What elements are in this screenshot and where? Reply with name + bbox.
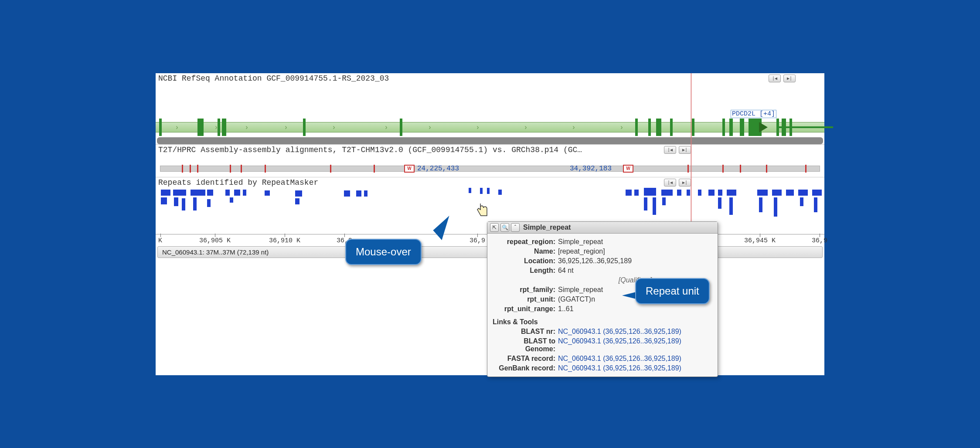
alignment-bar[interactable]: W 24,225,433 34,392,183 W [156,155,824,177]
tooltip-link-row: BLAST to Genome:NC_060943.1 (36,925,126.… [493,336,712,354]
position-indicator [691,73,692,245]
ruler-label: K [158,237,162,244]
ruler-tick: 36,9 [470,237,485,244]
tooltip-link-row: GenBank record:NC_060943.1 (36,925,126..… [493,363,712,373]
genbank-link[interactable]: NC_060943.1 (36,925,126..36,925,189) [558,364,681,372]
track-repeats-title: Repeats identified by RepeatMasker [158,178,318,187]
tooltip-title: Simple_repeat [523,224,571,231]
ruler-tick: 36,9 [812,237,827,244]
track-refseq: NCBI RefSeq Annotation GCF_009914755.1-R… [156,73,824,145]
next-button[interactable]: ▶| [783,75,796,82]
gene-model[interactable]: › › › › › › › › › › › [156,84,824,136]
next-button[interactable]: ▶| [679,146,691,154]
align-right-coord: 34,392,183 [570,165,612,173]
tooltip-row: Name:[repeat_region] [493,247,712,256]
tooltip-row: Length:64 nt [493,266,712,275]
tooltip-link-row: FASTA record:NC_060943.1 (36,925,126..36… [493,354,712,363]
ruler-tick: 36,905 K [199,237,231,244]
align-marker-icon[interactable]: W [623,165,633,173]
align-left-coord: 24,225,433 [417,165,459,173]
skip-prev-icon: |◀ [772,76,777,81]
ruler-tick: 36,910 K [269,237,300,244]
fasta-link[interactable]: NC_060943.1 (36,925,126..36,925,189) [558,355,681,362]
collapse-icon[interactable]: ˆ [511,223,520,232]
gene-label[interactable]: PDCD2L [+4] [731,110,776,118]
pin-icon[interactable]: ⇱ [490,223,499,232]
tooltip-row: rpt_unit_range:1..61 [493,304,712,314]
callout-mouseover: Mouse-over [345,239,422,265]
cursor-icon [476,202,491,221]
prev-button[interactable]: |◀ [664,146,676,154]
blast-nr-link[interactable]: NC_060943.1 (36,925,126..36,925,189) [558,328,681,335]
tooltip-row: repeat_region:Simple_repeat [493,237,712,247]
blast-genome-link[interactable]: NC_060943.1 (36,925,126..36,925,189) [558,337,681,345]
links-section-title: Links & Tools [493,318,712,326]
callout-repeat-unit: Repeat unit [635,278,710,304]
skip-prev-icon: |◀ [667,180,673,185]
skip-next-icon: ▶| [682,180,687,185]
track-refseq-title: NCBI RefSeq Annotation GCF_009914755.1-R… [158,74,389,83]
prev-button[interactable]: |◀ [664,179,676,187]
skip-next-icon: ▶| [787,76,792,81]
tooltip-link-row: BLAST nr:NC_060943.1 (36,925,126..36,925… [493,327,712,336]
track-alignments: T2T/HPRC Assembly-assembly alignments, T… [156,145,824,177]
prev-button[interactable]: |◀ [769,75,781,82]
skip-next-icon: ▶| [682,147,687,153]
genome-viewer: NCBI RefSeq Annotation GCF_009914755.1-R… [154,72,826,377]
tooltip-row: Location:36,925,126..36,925,189 [493,256,712,266]
track-align-title: T2T/HPRC Assembly-assembly alignments, T… [158,146,582,154]
density-strip [157,137,823,144]
next-button[interactable]: ▶| [679,179,691,187]
zoom-icon[interactable]: 🔍 [500,223,509,232]
skip-prev-icon: |◀ [667,147,673,153]
ruler-tick: 36,945 K [744,237,776,244]
align-marker-icon[interactable]: W [404,165,415,173]
